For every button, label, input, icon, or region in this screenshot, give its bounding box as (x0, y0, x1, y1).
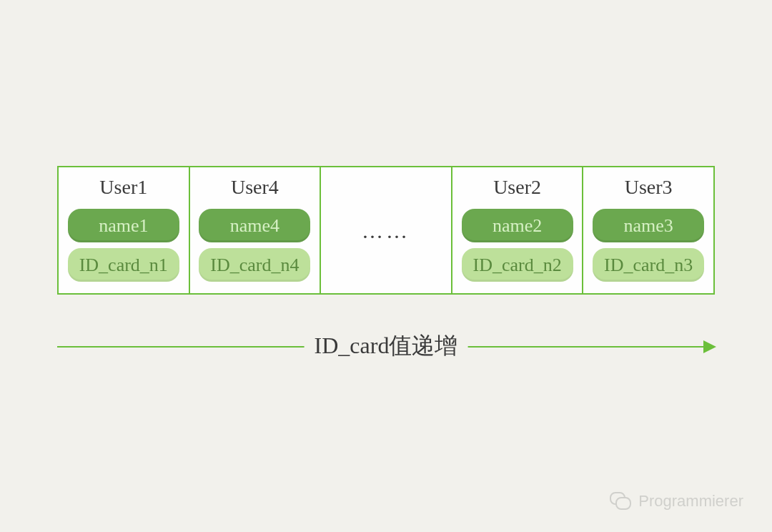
cell-user2: User2 name2 ID_card_n2 (452, 166, 584, 295)
cell-user4: User4 name4 ID_card_n4 (190, 166, 322, 295)
cell-title: User3 (625, 176, 673, 199)
cell-title: User2 (493, 176, 541, 199)
id-pill: ID_card_n2 (462, 248, 573, 282)
arrow-increasing: ID_card值递增 (57, 325, 715, 368)
arrow-head-icon (703, 340, 716, 353)
name-pill: name3 (593, 209, 704, 242)
cell-title: User1 (99, 176, 147, 199)
diagram-container: User1 name1 ID_card_n1 User4 name4 ID_ca… (57, 166, 715, 295)
id-pill: ID_card_n4 (199, 248, 310, 282)
watermark: Programmierer (610, 492, 743, 511)
name-pill: name1 (68, 209, 179, 242)
name-pill: name4 (199, 209, 310, 242)
id-pill: ID_card_n1 (68, 248, 179, 282)
cells-row: User1 name1 ID_card_n1 User4 name4 ID_ca… (57, 166, 715, 295)
wechat-icon (610, 492, 633, 511)
cell-ellipsis: …… (321, 166, 452, 295)
arrow-label: ID_card值递增 (305, 330, 468, 362)
name-pill: name2 (462, 209, 573, 242)
cell-user3: User3 name3 ID_card_n3 (583, 166, 715, 295)
cell-title: User4 (231, 176, 279, 199)
watermark-text: Programmierer (638, 492, 743, 511)
cell-user1: User1 name1 ID_card_n1 (57, 166, 190, 295)
ellipsis-text: …… (362, 219, 410, 243)
id-pill: ID_card_n3 (593, 248, 704, 282)
